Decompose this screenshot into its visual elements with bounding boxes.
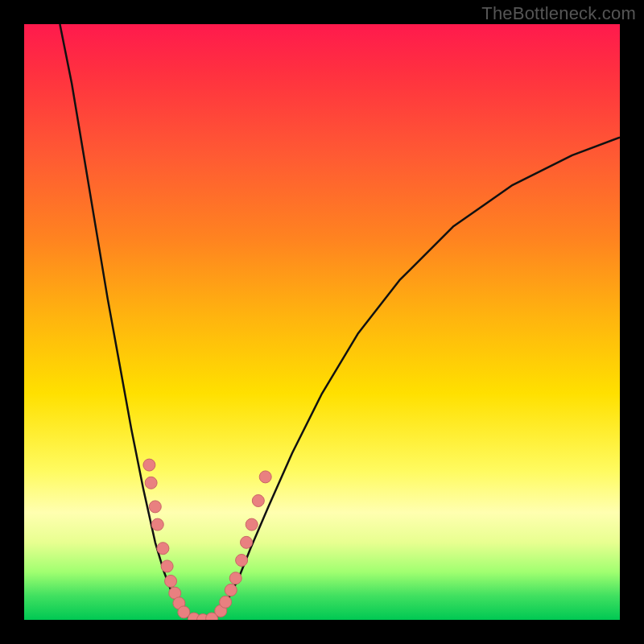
data-point bbox=[225, 584, 237, 597]
data-point bbox=[241, 536, 253, 548]
data-point bbox=[149, 501, 161, 513]
data-point bbox=[236, 555, 248, 567]
plot-area bbox=[24, 24, 620, 620]
data-point bbox=[259, 471, 271, 483]
data-point bbox=[165, 575, 177, 587]
chart-markers bbox=[143, 459, 271, 620]
chart-lines bbox=[60, 24, 620, 620]
data-point bbox=[220, 596, 232, 608]
data-point bbox=[143, 459, 155, 471]
watermark-text: TheBottleneck.com bbox=[481, 3, 636, 24]
data-point bbox=[229, 572, 242, 584]
data-point bbox=[161, 560, 173, 572]
data-point bbox=[252, 495, 264, 507]
chart-svg bbox=[24, 24, 620, 620]
data-point bbox=[145, 477, 157, 489]
data-point bbox=[151, 518, 163, 530]
data-point bbox=[246, 518, 258, 530]
bottleneck-curve bbox=[60, 24, 620, 620]
chart-frame: TheBottleneck.com bbox=[0, 0, 644, 644]
data-point bbox=[157, 543, 169, 555]
